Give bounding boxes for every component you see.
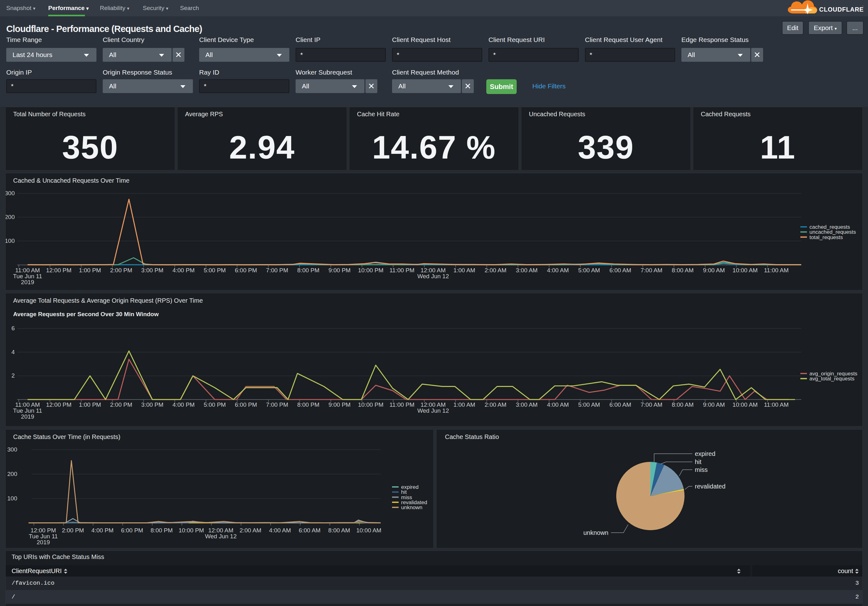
svg-text:300: 300 <box>6 190 15 196</box>
svg-text:100: 100 <box>7 495 17 502</box>
svg-text:Wed Jun 12: Wed Jun 12 <box>417 273 449 280</box>
svg-text:8:00 AM: 8:00 AM <box>672 267 694 273</box>
svg-text:9:00 AM: 9:00 AM <box>703 401 725 408</box>
svg-text:11:00 PM: 11:00 PM <box>389 267 415 273</box>
svg-text:unknown: unknown <box>401 505 422 510</box>
svg-text:11:00 AM: 11:00 AM <box>16 267 40 273</box>
svg-text:6:00 AM: 6:00 AM <box>609 267 631 273</box>
svg-text:12:00 AM: 12:00 AM <box>420 267 446 273</box>
svg-text:6:00 AM: 6:00 AM <box>609 401 631 408</box>
svg-text:8:00 AM: 8:00 AM <box>328 527 350 534</box>
svg-text:200: 200 <box>6 214 15 220</box>
svg-text:2:00 AM: 2:00 AM <box>485 401 507 408</box>
svg-text:2: 2 <box>11 372 15 379</box>
svg-text:6:00 AM: 6:00 AM <box>299 527 321 534</box>
svg-text:CLOUDFLARE: CLOUDFLARE <box>819 6 863 13</box>
svg-text:': ' <box>863 5 863 8</box>
svg-text:10:00 PM: 10:00 PM <box>178 527 204 534</box>
svg-text:revalidated: revalidated <box>695 483 725 490</box>
svg-text:100: 100 <box>6 238 15 244</box>
svg-text:6:00 PM: 6:00 PM <box>235 401 257 408</box>
svg-text:Tue Jun 11: Tue Jun 11 <box>13 407 42 414</box>
svg-text:5:00 PM: 5:00 PM <box>203 401 226 408</box>
svg-text:200: 200 <box>7 471 17 477</box>
svg-text:2:00 AM: 2:00 AM <box>240 527 262 534</box>
svg-text:10:00 AM: 10:00 AM <box>732 401 758 408</box>
svg-text:11:00 AM: 11:00 AM <box>764 401 789 408</box>
svg-text:7:00 PM: 7:00 PM <box>266 401 288 408</box>
svg-text:8:00 AM: 8:00 AM <box>672 401 694 408</box>
svg-text:9:00 AM: 9:00 AM <box>703 267 725 273</box>
svg-text:3:00 AM: 3:00 AM <box>516 401 538 408</box>
svg-text:12:00 PM: 12:00 PM <box>31 527 56 534</box>
svg-text:10:00 AM: 10:00 AM <box>356 527 381 534</box>
svg-text:4:00 AM: 4:00 AM <box>269 527 291 534</box>
svg-text:4:00 PM: 4:00 PM <box>172 401 195 408</box>
svg-text:2:00 PM: 2:00 PM <box>62 527 84 534</box>
svg-text:Tue Jun 11: Tue Jun 11 <box>29 533 58 539</box>
svg-text:1:00 PM: 1:00 PM <box>79 267 101 273</box>
svg-text:6:00 PM: 6:00 PM <box>121 527 143 534</box>
svg-text:Wed Jun 12: Wed Jun 12 <box>205 533 237 539</box>
svg-text:hit: hit <box>695 458 702 465</box>
svg-text:1:00 AM: 1:00 AM <box>453 401 475 408</box>
svg-text:9:00 PM: 9:00 PM <box>329 267 351 273</box>
svg-text:5:00 PM: 5:00 PM <box>203 267 226 273</box>
svg-text:5:00 AM: 5:00 AM <box>578 267 600 273</box>
svg-text:9:00 PM: 9:00 PM <box>329 401 351 408</box>
svg-text:expired: expired <box>695 450 716 457</box>
svg-text:12:00 AM: 12:00 AM <box>420 401 446 408</box>
svg-text:2:00 PM: 2:00 PM <box>110 267 132 273</box>
svg-text:4:00 PM: 4:00 PM <box>172 267 195 273</box>
svg-text:2019: 2019 <box>21 279 34 286</box>
svg-text:4:00 PM: 4:00 PM <box>91 527 114 534</box>
svg-text:2019: 2019 <box>37 539 50 545</box>
svg-text:2019: 2019 <box>21 413 34 420</box>
svg-text:1:00 PM: 1:00 PM <box>79 401 101 408</box>
svg-text:4:00 AM: 4:00 AM <box>547 401 569 408</box>
svg-text:7:00 AM: 7:00 AM <box>641 267 663 273</box>
svg-text:5:00 AM: 5:00 AM <box>578 401 600 408</box>
svg-text:11:00 AM: 11:00 AM <box>16 401 40 408</box>
svg-text:6:00 PM: 6:00 PM <box>235 267 257 273</box>
svg-text:10:00 PM: 10:00 PM <box>358 267 383 273</box>
svg-text:1:00 AM: 1:00 AM <box>453 267 475 273</box>
svg-text:unknown: unknown <box>583 529 608 536</box>
svg-text:10:00 AM: 10:00 AM <box>732 267 758 273</box>
svg-text:12:00 PM: 12:00 PM <box>46 401 71 408</box>
svg-text:8:00 PM: 8:00 PM <box>297 401 319 408</box>
svg-text:total_requests: total_requests <box>809 235 843 240</box>
svg-text:11:00 PM: 11:00 PM <box>389 401 415 408</box>
svg-text:300: 300 <box>7 446 17 453</box>
svg-text:12:00 AM: 12:00 AM <box>208 527 233 534</box>
svg-text:avg_total_requests: avg_total_requests <box>809 376 854 382</box>
svg-text:3:00 PM: 3:00 PM <box>141 401 163 408</box>
svg-text:3:00 AM: 3:00 AM <box>516 267 538 273</box>
svg-text:7:00 AM: 7:00 AM <box>641 401 663 408</box>
svg-text:3:00 PM: 3:00 PM <box>141 267 163 273</box>
svg-text:4:00 AM: 4:00 AM <box>547 267 569 273</box>
svg-text:2:00 PM: 2:00 PM <box>110 401 132 408</box>
svg-text:10:00 PM: 10:00 PM <box>358 401 383 408</box>
svg-text:2:00 AM: 2:00 AM <box>485 267 507 273</box>
svg-text:4: 4 <box>11 349 15 355</box>
svg-text:8:00 PM: 8:00 PM <box>297 267 319 273</box>
svg-text:11:00 AM: 11:00 AM <box>764 267 789 273</box>
svg-text:12:00 PM: 12:00 PM <box>46 267 71 273</box>
svg-text:miss: miss <box>695 466 708 473</box>
svg-text:6: 6 <box>11 325 15 331</box>
svg-text:Tue Jun 11: Tue Jun 11 <box>13 273 42 280</box>
svg-text:8:00 PM: 8:00 PM <box>150 527 173 534</box>
svg-text:7:00 PM: 7:00 PM <box>266 267 288 273</box>
svg-text:Wed Jun 12: Wed Jun 12 <box>417 407 449 414</box>
